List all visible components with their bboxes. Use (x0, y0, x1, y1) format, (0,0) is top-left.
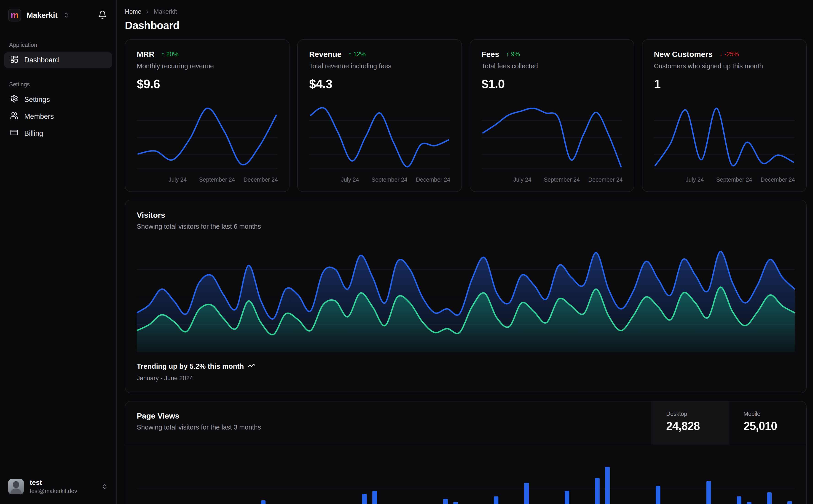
stat-subtitle: Total revenue including fees (309, 62, 450, 70)
trend-badge: ↑20% (161, 51, 178, 58)
stat-value: $9.6 (137, 77, 278, 91)
sidebar-item-label: Billing (24, 129, 43, 138)
main-content: Home Makerkit Dashboard MRR ↑20% Monthly… (117, 0, 813, 504)
visitors-date-range: January - June 2024 (137, 375, 795, 382)
nav-section-settings: Settings (4, 81, 112, 88)
sidebar-nav: Application Dashboard Settings Settings … (0, 28, 116, 143)
trending-up-icon (248, 362, 255, 371)
arrow-up-icon: ↑ (348, 51, 352, 58)
sidebar-item-members[interactable]: Members (4, 109, 112, 124)
sparkline-x-axis: July 24 September 24 December 24 (137, 175, 278, 185)
chevrons-up-down-icon (101, 483, 108, 490)
x-tick: September 24 (544, 176, 580, 183)
stat-value: 1 (654, 77, 795, 91)
x-tick: July 24 (341, 176, 359, 183)
page-views-subtitle: Showing total visitors for the last 3 mo… (137, 424, 640, 431)
toggle-label: Desktop (666, 411, 729, 417)
sidebar-item-billing[interactable]: Billing (4, 126, 112, 141)
x-tick: September 24 (716, 176, 752, 183)
sidebar-item-label: Settings (24, 95, 50, 104)
page-views-title: Page Views (137, 411, 640, 420)
stat-subtitle: Monthly recurring revenue (137, 62, 278, 70)
trend-value: -25% (725, 51, 739, 58)
stat-title: Fees (482, 50, 499, 59)
visitors-subtitle: Showing total visitors for the last 6 mo… (137, 223, 795, 230)
arrow-up-icon: ↑ (506, 51, 509, 58)
gear-icon (10, 95, 18, 105)
x-tick: December 24 (761, 176, 795, 183)
sidebar-item-dashboard[interactable]: Dashboard (4, 52, 112, 68)
user-name: test (30, 479, 77, 486)
x-tick: July 24 (686, 176, 704, 183)
workspace-selector[interactable]: m Makerkit (8, 9, 98, 21)
user-avatar (8, 479, 24, 494)
visitors-card: Visitors Showing total visitors for the … (125, 200, 807, 393)
page-title: Dashboard (125, 19, 807, 32)
sparkline-x-axis: July 24 September 24 December 24 (482, 175, 623, 185)
stat-value: $1.0 (482, 77, 623, 91)
user-email: test@makerkit.dev (30, 488, 77, 494)
stat-value: $4.3 (309, 77, 450, 91)
stat-card-mrr: MRR ↑20% Monthly recurring revenue $9.6 … (125, 39, 290, 192)
users-icon (10, 111, 18, 122)
page-views-bar-chart (137, 449, 795, 504)
stat-subtitle: Total fees collected (482, 62, 623, 70)
stats-row: MRR ↑20% Monthly recurring revenue $9.6 … (125, 39, 807, 192)
sparkline-x-axis: July 24 September 24 December 24 (654, 175, 795, 185)
sidebar: m Makerkit Application Dashboard (0, 0, 117, 504)
trend-value: 12% (353, 51, 366, 58)
toggle-desktop[interactable]: Desktop 24,828 (652, 401, 729, 445)
breadcrumb-home-link[interactable]: Home (125, 8, 141, 15)
sidebar-item-label: Dashboard (24, 56, 59, 64)
breadcrumb: Home Makerkit (125, 8, 807, 15)
chevrons-up-down-icon (63, 12, 69, 18)
sidebar-item-settings[interactable]: Settings (4, 92, 112, 107)
toggle-label: Mobile (744, 411, 806, 417)
sidebar-item-label: Members (24, 112, 54, 121)
layout-dashboard-icon (10, 55, 18, 65)
x-tick: September 24 (371, 176, 407, 183)
trend-badge: ↑12% (348, 51, 366, 58)
workspace-name: Makerkit (27, 11, 58, 20)
sparkline-chart (482, 103, 623, 172)
bell-icon (98, 10, 107, 20)
sparkline-chart (137, 103, 278, 172)
stat-card-revenue: Revenue ↑12% Total revenue including fee… (297, 39, 462, 192)
sparkline-chart (654, 103, 795, 172)
stat-title: Revenue (309, 50, 342, 59)
x-tick: September 24 (199, 176, 235, 183)
breadcrumb-current: Makerkit (154, 8, 177, 15)
notifications-button[interactable] (98, 10, 107, 20)
makerkit-logo: m (8, 9, 21, 21)
chevron-right-icon (144, 9, 150, 15)
nav-section-application: Application (4, 42, 112, 48)
toggle-value: 24,828 (666, 419, 729, 433)
sparkline-chart (309, 103, 450, 172)
stat-card-fees: Fees ↑9% Total fees collected $1.0 July … (470, 39, 635, 192)
x-tick: July 24 (513, 176, 531, 183)
page-views-card: Page Views Showing total visitors for th… (125, 401, 807, 504)
visitors-area-chart (137, 242, 795, 352)
trend-value: 9% (511, 51, 520, 58)
toggle-mobile[interactable]: Mobile 25,010 (729, 401, 806, 445)
visitors-footer-text: Trending up by 5.2% this month (137, 362, 244, 371)
arrow-down-icon: ↓ (720, 51, 723, 58)
x-tick: December 24 (588, 176, 623, 183)
trend-badge: ↑9% (506, 51, 520, 58)
stat-subtitle: Customers who signed up this month (654, 62, 795, 70)
x-tick: December 24 (416, 176, 450, 183)
visitors-title: Visitors (137, 211, 795, 220)
credit-card-icon (10, 128, 18, 138)
trend-value: 20% (166, 51, 178, 58)
stat-title: MRR (137, 50, 154, 59)
sparkline-x-axis: July 24 September 24 December 24 (309, 175, 450, 185)
trend-badge: ↓-25% (720, 51, 739, 58)
stat-card-new-customers: New Customers ↓-25% Customers who signed… (642, 39, 807, 192)
x-tick: July 24 (168, 176, 186, 183)
user-menu[interactable]: test test@makerkit.dev (0, 472, 116, 504)
arrow-up-icon: ↑ (161, 51, 164, 58)
x-tick: December 24 (244, 176, 278, 183)
toggle-value: 25,010 (744, 419, 806, 433)
logo-letter: m (11, 11, 19, 20)
stat-title: New Customers (654, 50, 713, 59)
